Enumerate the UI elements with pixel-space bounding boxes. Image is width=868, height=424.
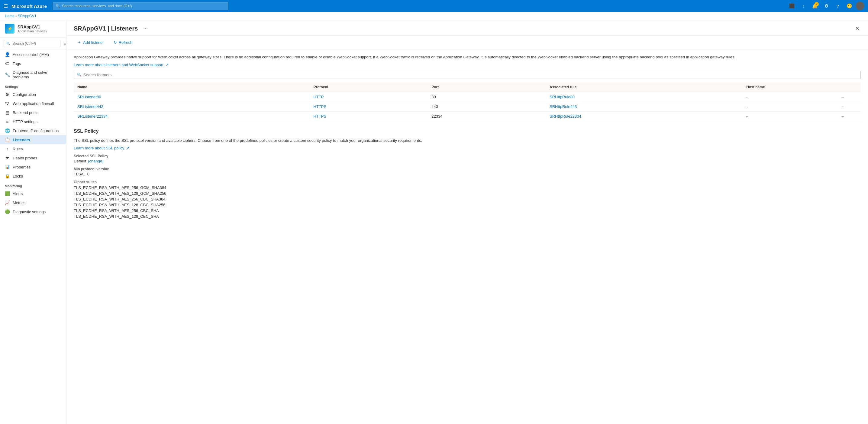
sidebar-header: ⚡ SRAppGV1 Application gateway [0, 20, 66, 37]
cipher-suite-item: TLS_ECDHE_RSA_WITH_AES_256_CBC_SHA [74, 208, 861, 214]
main-area: ⚡ SRAppGV1 Application gateway 🔍 « 👤 Acc… [0, 20, 868, 424]
sidebar-item-http-settings[interactable]: ≡ HTTP settings [0, 117, 66, 126]
sidebar-resource-info: SRAppGV1 Application gateway [18, 25, 47, 33]
col-header-protocol: Protocol [310, 83, 428, 92]
user-avatar[interactable] [856, 2, 864, 10]
global-search-bar[interactable]: 🔍 Search resources, services, and docs (… [53, 2, 228, 10]
sidebar-item-configuration[interactable]: ⚙ Configuration [0, 90, 66, 99]
breadcrumb-home[interactable]: Home [5, 14, 14, 18]
panel-header: SRAppGV1 | Listeners ··· ✕ [66, 20, 868, 36]
listener-port: 80 [428, 92, 546, 102]
sidebar-collapse-button[interactable]: « [62, 40, 66, 47]
notification-badge: 4 [814, 2, 819, 6]
sidebar-item-label: Listeners [13, 138, 30, 142]
metrics-icon: 📈 [5, 200, 10, 205]
sidebar-item-tags[interactable]: 🏷 Tags [0, 59, 66, 68]
cipher-suite-item: TLS_ECDHE_RSA_WITH_AES_128_CBC_SHA [74, 214, 861, 219]
listeners-table: Name Protocol Port Associated rule Host … [74, 83, 861, 121]
sidebar-item-waf[interactable]: 🛡 Web application firewall [0, 99, 66, 108]
notifications-button[interactable]: 🔔 4 [810, 1, 820, 11]
help-button[interactable]: ? [833, 1, 843, 11]
panel-title: SRAppGV1 | Listeners [74, 25, 138, 32]
top-navigation: ☰ Microsoft Azure 🔍 Search resources, se… [0, 0, 868, 12]
sidebar-item-label: Diagnose and solve problems [13, 70, 61, 79]
add-listener-button[interactable]: ＋ Add listener [74, 38, 107, 47]
cipher-suite-item: TLS_ECDHE_RSA_WITH_AES_256_GCM_SHA384 [74, 185, 861, 191]
add-listener-label: Add listener [83, 40, 104, 45]
min-protocol-label: Min protocol version [74, 167, 861, 171]
hamburger-menu[interactable]: ☰ [4, 3, 8, 9]
sidebar-item-properties[interactable]: 📊 Properties [0, 162, 66, 171]
diagnose-icon: 🔧 [5, 72, 10, 77]
sidebar-item-label: Backend pools [13, 110, 38, 115]
min-protocol-value: TLSv1_0 [74, 172, 861, 176]
settings-button[interactable]: ⚙ [822, 1, 831, 11]
breadcrumb: Home › SRAppGV1 [0, 12, 868, 20]
backend-pools-icon: ▤ [5, 110, 10, 115]
sidebar-item-label: Frontend IP configurations [13, 129, 59, 133]
upload-button[interactable]: ↑ [799, 1, 808, 11]
toolbar: ＋ Add listener ↻ Refresh [66, 36, 868, 49]
sidebar-navigation: 👤 Access control (IAM) 🏷 Tags 🔧 Diagnose… [0, 50, 66, 424]
learn-more-link[interactable]: Learn more about listeners and WebSocket… [74, 63, 169, 67]
listeners-icon: 📋 [5, 137, 10, 142]
sidebar-item-frontend-ip[interactable]: 🌐 Frontend IP configurations [0, 126, 66, 135]
sidebar-item-label: HTTP settings [13, 119, 37, 124]
col-header-port: Port [428, 83, 546, 92]
table-row: SRListener22334 HTTPS 22334 SRHttpRule22… [74, 111, 861, 121]
ssl-description-text: The SSL policy defines the SSL protocol … [74, 138, 861, 144]
sidebar-item-diagnose[interactable]: 🔧 Diagnose and solve problems [0, 68, 66, 81]
change-policy-link[interactable]: (change) [88, 159, 103, 163]
table-row: SRListener80 HTTP 80 SRHttpRule80 - ··· [74, 92, 861, 102]
listener-name[interactable]: SRListener80 [74, 92, 310, 102]
listener-rule[interactable]: SRHttpRule80 [546, 92, 743, 102]
search-filter[interactable]: 🔍 [74, 71, 861, 79]
feedback-button[interactable]: 🙂 [844, 1, 854, 11]
selected-policy-label: Selected SSL Policy [74, 154, 861, 158]
listener-rule[interactable]: SRHttpRule22334 [546, 111, 743, 121]
listener-name[interactable]: SRListener443 [74, 102, 310, 111]
panel-body: Application Gateway provides native supp… [66, 49, 868, 424]
ssl-learn-more-link[interactable]: Learn more about SSL policy. ↗ [74, 146, 129, 150]
sidebar-item-label: Locks [13, 174, 23, 178]
cloud-shell-button[interactable]: ⬛ [787, 1, 797, 11]
listener-rule[interactable]: SRHttpRule443 [546, 102, 743, 111]
sidebar-item-health-probes[interactable]: ❤ Health probes [0, 153, 66, 162]
refresh-icon: ↻ [114, 40, 117, 45]
breadcrumb-resource[interactable]: SRAppGV1 [18, 14, 36, 18]
search-placeholder-text: Search resources, services, and docs (G+… [62, 4, 132, 8]
cipher-suite-item: TLS_ECDHE_RSA_WITH_AES_256_CBC_SHA384 [74, 196, 861, 202]
sidebar-item-diagnostic-settings[interactable]: 🟢 Diagnostic settings [0, 207, 66, 216]
col-header-rule: Associated rule [546, 83, 743, 92]
sidebar-item-label: Configuration [13, 92, 36, 97]
search-filter-icon: 🔍 [77, 73, 82, 77]
sidebar-item-alerts[interactable]: 🟩 Alerts [0, 189, 66, 198]
locks-icon: 🔒 [5, 174, 10, 178]
refresh-button[interactable]: ↻ Refresh [110, 39, 136, 46]
listener-protocol: HTTPS [310, 111, 428, 121]
sidebar-item-metrics[interactable]: 📈 Metrics [0, 198, 66, 207]
listener-actions[interactable]: ··· [837, 102, 861, 111]
sidebar-item-listeners[interactable]: 📋 Listeners [0, 135, 66, 144]
sidebar-search[interactable]: 🔍 [4, 40, 60, 47]
sidebar-item-backend-pools[interactable]: ▤ Backend pools [0, 108, 66, 117]
http-settings-icon: ≡ [5, 119, 10, 124]
sidebar-item-access-control[interactable]: 👤 Access control (IAM) [0, 50, 66, 59]
listener-actions[interactable]: ··· [837, 92, 861, 102]
sidebar-item-label: Web application firewall [13, 101, 54, 106]
search-filter-input[interactable] [83, 73, 858, 77]
listener-actions[interactable]: ··· [837, 111, 861, 121]
listener-name[interactable]: SRListener22334 [74, 111, 310, 121]
sidebar-item-rules[interactable]: ↑ Rules [0, 144, 66, 153]
sidebar-item-locks[interactable]: 🔒 Locks [0, 171, 66, 180]
sidebar-search-input[interactable] [12, 41, 58, 46]
sidebar-item-label: Tags [13, 61, 21, 66]
add-icon: ＋ [78, 39, 81, 45]
sidebar-item-label: Diagnostic settings [13, 209, 45, 214]
panel-close-button[interactable]: ✕ [854, 24, 861, 33]
diagnostic-settings-icon: 🟢 [5, 209, 10, 214]
sidebar-item-label: Properties [13, 165, 31, 169]
brand-name: Microsoft Azure [11, 4, 47, 9]
panel-more-button[interactable]: ··· [143, 25, 148, 32]
content-panel: SRAppGV1 | Listeners ··· ✕ ＋ Add listene… [66, 20, 868, 424]
